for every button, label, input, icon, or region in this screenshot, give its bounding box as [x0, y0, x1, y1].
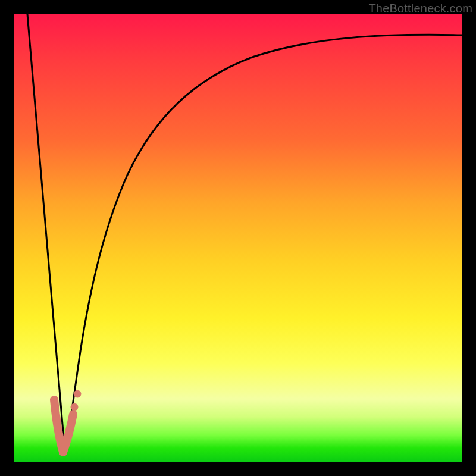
chart-svg [14, 14, 462, 462]
curve-left-branch [27, 14, 65, 452]
chart-frame: TheBottleneck.com [0, 0, 476, 476]
curve-right-branch [65, 35, 462, 452]
svg-point-1 [74, 390, 81, 397]
watermark-text: TheBottleneck.com [368, 2, 472, 15]
marker-cluster [54, 390, 81, 452]
svg-point-0 [71, 403, 78, 411]
